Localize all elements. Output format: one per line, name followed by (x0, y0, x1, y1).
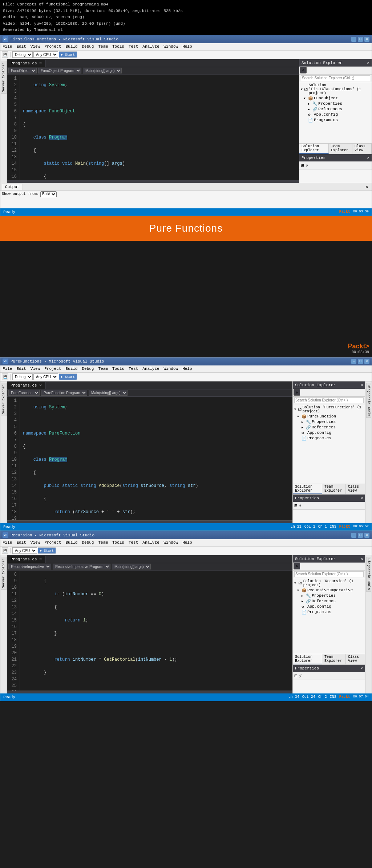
se-tab-class-1[interactable]: Class View (352, 144, 372, 154)
nav-param-3[interactable]: Main(string[] args) (112, 564, 151, 569)
config-select-1[interactable]: Debug (12, 51, 33, 58)
menu-team-2[interactable]: Team (96, 366, 110, 372)
se-tab-solution-2[interactable]: Solution Explorer (293, 484, 322, 494)
menu-debug-3[interactable]: Debug (80, 540, 96, 545)
menu-project-2[interactable]: Project (42, 366, 63, 372)
menu-build-3[interactable]: Build (63, 540, 80, 545)
nav-class-1[interactable]: FuncObject (8, 68, 37, 73)
server-explorer-tab-1[interactable]: Server Explorer (1, 61, 7, 94)
menu-tools-3[interactable]: Tools (110, 540, 126, 545)
menu-debug-1[interactable]: Debug (80, 44, 96, 49)
start-button-1[interactable]: ▶ Start (59, 51, 77, 58)
minimize-button-3[interactable]: ─ (351, 533, 356, 538)
diag-tab-2[interactable]: Diagnostic Tools (366, 383, 371, 418)
se-solution-2[interactable]: ▼ 🗂 Solution 'PureFunctions' (1 project) (293, 405, 365, 414)
menu-edit-3[interactable]: Edit (14, 540, 28, 545)
se-references-3[interactable]: ▶ 🔗 References (293, 599, 365, 604)
minimize-button-1[interactable]: ─ (351, 37, 356, 42)
menu-analyze-2[interactable]: Analyze (140, 366, 161, 372)
prop-close-3[interactable]: ✕ (360, 666, 363, 671)
se-tab-team-1[interactable]: Team Explorer (329, 144, 352, 154)
menu-project-3[interactable]: Project (42, 540, 63, 545)
se-references-2[interactable]: ▶ 🔗 References (293, 425, 365, 430)
output-tab-1[interactable]: Output (2, 184, 23, 190)
se-tab-team-2[interactable]: Team Explorer (322, 484, 346, 494)
se-programcs-1[interactable]: 📄 Program.cs (299, 117, 372, 123)
se-solution-1[interactable]: ▼ 🗂 Solution 'FirstClassFunctions' (1 pr… (299, 83, 372, 96)
menu-file-2[interactable]: File (0, 366, 14, 372)
diag-tab-3[interactable]: Diagnostic Tools (366, 557, 371, 592)
close-button-3[interactable]: ✕ (364, 533, 369, 538)
menu-test-2[interactable]: Test (126, 366, 140, 372)
se-programcs-3[interactable]: 📄 Program.cs (293, 609, 365, 615)
se-toolbar-btn-1[interactable]: ⚙ (300, 67, 307, 73)
menu-build-2[interactable]: Build (63, 366, 80, 372)
maximize-button-2[interactable]: □ (358, 359, 363, 364)
se-tab-class-3[interactable]: Class View (346, 654, 365, 664)
se-project-1[interactable]: ▼ 📦 FuncObject (299, 96, 372, 101)
se-search-input-2[interactable] (294, 397, 364, 403)
close-button-2[interactable]: ✕ (364, 359, 369, 364)
se-close-3[interactable]: ✕ (360, 556, 363, 561)
se-tab-solution-3[interactable]: Solution Explorer (293, 654, 322, 664)
menu-debug-2[interactable]: Debug (80, 366, 96, 372)
menu-tools-2[interactable]: Tools (110, 366, 126, 372)
nav-member-1[interactable]: FuncObject.Program (38, 68, 81, 73)
output-close-1[interactable]: ✕ (363, 184, 370, 190)
menu-view-2[interactable]: View (28, 366, 42, 372)
se-tab-class-2[interactable]: Class View (346, 484, 365, 494)
scrollbar-h-1[interactable] (7, 180, 299, 183)
menu-team-1[interactable]: Team (96, 44, 110, 49)
menu-help-1[interactable]: Help (180, 44, 194, 49)
tab-programs-cs-3[interactable]: Programs.cs × (7, 556, 46, 563)
menu-tools-1[interactable]: Tools (110, 44, 126, 49)
menu-project-1[interactable]: Project (42, 44, 63, 49)
menu-view-3[interactable]: View (28, 540, 42, 545)
se-search-input-3[interactable] (294, 571, 364, 577)
nav-member-2[interactable]: PureFunction.Program (41, 390, 87, 396)
code-content-1[interactable]: using System; namespace FuncObject { cla… (20, 75, 299, 180)
se-properties-2[interactable]: ▶ 🔧 Properties (293, 419, 365, 425)
maximize-button-3[interactable]: □ (358, 533, 363, 538)
menu-build-1[interactable]: Build (63, 44, 80, 49)
menu-analyze-3[interactable]: Analyze (140, 540, 161, 545)
menu-help-2[interactable]: Help (180, 366, 194, 372)
se-programcs-2[interactable]: 📄 Program.cs (293, 436, 365, 441)
menu-help-3[interactable]: Help (180, 540, 194, 545)
prop-filter-icon-2[interactable]: ⚡ (298, 502, 302, 509)
se-appconfig-3[interactable]: ⚙ App.config (293, 604, 365, 609)
prop-sort-icon-2[interactable]: ⊞ (294, 502, 298, 509)
menu-view-1[interactable]: View (28, 44, 42, 49)
menu-window-1[interactable]: Window (162, 44, 181, 49)
se-tab-team-3[interactable]: Team Explorer (322, 654, 346, 664)
minimize-button-2[interactable]: ─ (351, 359, 356, 364)
prop-sort-icon-3[interactable]: ⊞ (294, 672, 298, 680)
code-content-3[interactable]: { if (intNumber == 0) { return 1; } retu… (20, 571, 292, 691)
prop-close-1[interactable]: ✕ (367, 155, 369, 160)
nav-param-2[interactable]: Main(string[] args) (89, 390, 128, 396)
platform-select-1[interactable]: Any CPU (33, 51, 58, 58)
prop-close-2[interactable]: ✕ (360, 496, 363, 500)
menu-edit-1[interactable]: Edit (14, 44, 28, 49)
server-explorer-tab-3[interactable]: Server Explorer (1, 557, 7, 590)
nav-member-3[interactable]: RecursiveImperative.Program (53, 564, 110, 569)
start-button-2[interactable]: ▶ Start (59, 373, 77, 380)
menu-analyze-1[interactable]: Analyze (140, 44, 161, 49)
scrollbar-h-3[interactable] (7, 691, 292, 693)
prop-filter-icon-3[interactable]: ⚡ (298, 672, 302, 680)
config-select-3[interactable]: Any CPU (12, 547, 37, 554)
se-appconfig-2[interactable]: ⚙ App.config (293, 430, 365, 436)
toolbar-save-2[interactable]: 💾 (2, 373, 8, 380)
se-toolbar-btn-3[interactable]: ⚙ (294, 563, 300, 569)
tab-programs-cs-2[interactable]: Programs.cs × (7, 382, 46, 389)
menu-file-1[interactable]: File (0, 44, 14, 49)
se-search-input-1[interactable] (301, 75, 370, 81)
se-properties-1[interactable]: ▶ 🔧 Properties (299, 101, 372, 107)
menu-window-2[interactable]: Window (162, 366, 181, 372)
toolbar-save-3[interactable]: 💾 (2, 547, 8, 554)
nav-class-2[interactable]: PureFunction (8, 390, 40, 396)
maximize-button-1[interactable]: □ (358, 37, 363, 42)
se-close-1[interactable]: ✕ (367, 60, 369, 65)
output-source-select-1[interactable]: Build (40, 191, 57, 197)
menu-test-1[interactable]: Test (126, 44, 140, 49)
